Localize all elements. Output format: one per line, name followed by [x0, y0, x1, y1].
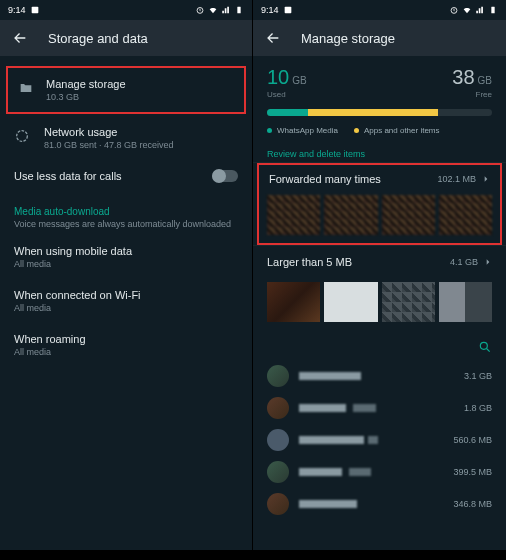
free-unit: GB [478, 75, 492, 86]
avatar [267, 493, 289, 515]
bar-whatsapp [267, 109, 308, 116]
nav-bar [0, 550, 252, 560]
svg-rect-0 [31, 7, 38, 14]
chat-size: 399.5 MB [453, 467, 492, 477]
legend-other: Apps and other items [364, 126, 440, 135]
alarm-icon [449, 5, 459, 15]
thumbnail[interactable] [439, 195, 492, 235]
avatar [267, 397, 289, 419]
used-value: 10 [267, 66, 289, 89]
status-bar: 9:14 [253, 0, 506, 20]
wifi-item[interactable]: When connected on Wi-Fi All media [0, 279, 252, 323]
avatar [267, 365, 289, 387]
chevron-right-icon [482, 175, 490, 183]
wifi-sub: All media [14, 303, 238, 313]
wifi-icon [462, 5, 472, 15]
highlight-manage-storage: Manage storage 10.3 GB [6, 66, 246, 114]
auto-download-sub: Voice messages are always automatically … [0, 219, 252, 235]
wifi-label: When connected on Wi-Fi [14, 289, 238, 301]
highlight-forwarded: Forwarded many times 102.1 MB [257, 163, 502, 245]
app-header: Storage and data [0, 20, 252, 56]
mobile-data-item[interactable]: When using mobile data All media [0, 235, 252, 279]
dot-icon [267, 128, 272, 133]
status-bar: 9:14 [0, 0, 252, 20]
status-time: 9:14 [8, 5, 26, 15]
chat-name [299, 372, 454, 380]
used-label: Used [267, 90, 307, 99]
larger-thumbs[interactable] [253, 278, 506, 330]
chat-item[interactable]: 399.5 MB [253, 456, 506, 488]
free-value: 38 [452, 66, 474, 89]
thumbnail[interactable] [439, 282, 492, 322]
mobile-label: When using mobile data [14, 245, 238, 257]
chevron-right-icon [484, 258, 492, 266]
chat-size: 560.6 MB [453, 435, 492, 445]
header-title: Storage and data [48, 31, 148, 46]
search-icon[interactable] [478, 340, 492, 354]
chat-item[interactable]: 346.8 MB [253, 488, 506, 520]
svg-point-3 [17, 131, 28, 142]
network-label: Network usage [44, 126, 238, 138]
network-sub: 81.0 GB sent · 47.8 GB received [44, 140, 238, 150]
bar-other [308, 109, 439, 116]
mobile-sub: All media [14, 259, 238, 269]
larger-row[interactable]: Larger than 5 MB 4.1 GB [253, 245, 506, 278]
svg-rect-6 [491, 7, 494, 14]
alarm-icon [195, 5, 205, 15]
dot-icon [354, 128, 359, 133]
used-unit: GB [292, 75, 306, 86]
roaming-item[interactable]: When roaming All media [0, 323, 252, 367]
svg-rect-4 [284, 7, 291, 14]
signal-icon [475, 5, 485, 15]
thumbnail[interactable] [382, 282, 435, 322]
thumbnail[interactable] [382, 195, 435, 235]
forwarded-thumbs[interactable] [259, 193, 500, 243]
thumbnail[interactable] [267, 282, 320, 322]
chat-name [299, 468, 443, 476]
manage-storage-size: 10.3 GB [46, 92, 230, 102]
svg-point-7 [480, 342, 487, 349]
storage-bar [267, 109, 492, 116]
notification-icon [283, 5, 293, 15]
chat-size: 3.1 GB [464, 371, 492, 381]
chat-item[interactable]: 1.8 GB [253, 392, 506, 424]
status-time: 9:14 [261, 5, 279, 15]
battery-icon [234, 5, 244, 15]
use-less-toggle[interactable] [212, 170, 238, 182]
folder-icon [18, 80, 34, 100]
back-icon[interactable] [12, 30, 28, 46]
notification-icon [30, 5, 40, 15]
manage-storage-label: Manage storage [46, 78, 230, 90]
roaming-label: When roaming [14, 333, 238, 345]
legend: WhatsApp Media Apps and other items [253, 120, 506, 145]
network-icon [14, 128, 30, 148]
screen-storage-and-data: 9:14 Storage and data Manage storage 10.… [0, 0, 253, 560]
chat-list: 3.1 GB 1.8 GB 560.6 MB 399.5 MB 346.8 MB [253, 330, 506, 524]
storage-summary: 10 GB Used 38 GB Free [253, 56, 506, 105]
network-usage-item[interactable]: Network usage 81.0 GB sent · 47.8 GB rec… [0, 116, 252, 160]
use-less-data-item[interactable]: Use less data for calls [0, 160, 252, 192]
battery-icon [488, 5, 498, 15]
nav-bar [253, 550, 506, 560]
larger-size: 4.1 GB [450, 257, 478, 267]
screen-manage-storage: 9:14 Manage storage 10 GB Used 38 [253, 0, 506, 560]
thumbnail[interactable] [324, 282, 377, 322]
legend-wa: WhatsApp Media [277, 126, 338, 135]
thumbnail[interactable] [267, 195, 320, 235]
forwarded-row[interactable]: Forwarded many times 102.1 MB [259, 165, 500, 193]
chat-size: 346.8 MB [453, 499, 492, 509]
auto-download-header: Media auto-download [0, 192, 252, 219]
manage-storage-item[interactable]: Manage storage 10.3 GB [8, 68, 244, 112]
thumbnail[interactable] [324, 195, 377, 235]
roaming-sub: All media [14, 347, 238, 357]
svg-rect-2 [237, 7, 240, 14]
avatar [267, 429, 289, 451]
forwarded-label: Forwarded many times [269, 173, 437, 185]
chat-size: 1.8 GB [464, 403, 492, 413]
larger-label: Larger than 5 MB [267, 256, 450, 268]
chat-name [299, 436, 443, 444]
chat-item[interactable]: 560.6 MB [253, 424, 506, 456]
chat-item[interactable]: 3.1 GB [253, 360, 506, 392]
forwarded-size: 102.1 MB [437, 174, 476, 184]
back-icon[interactable] [265, 30, 281, 46]
